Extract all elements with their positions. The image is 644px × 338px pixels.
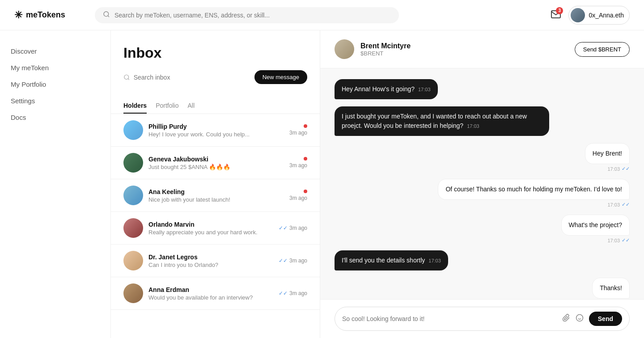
conv-time: ✓✓ 3m ago	[279, 258, 307, 264]
bubble-content: What's the project?	[561, 215, 630, 236]
msg-time-inline: 17:03	[428, 258, 441, 263]
message-bubble-m4: Of course! Thanks so much for holding my…	[438, 179, 630, 207]
conv-info: Dr. Janet Legros Can I intro you to Orla…	[148, 254, 273, 268]
chat-input[interactable]	[342, 315, 557, 322]
sidebar-item-docs[interactable]: Docs	[11, 111, 100, 124]
chat-messages: Hey Anna! How's it going?17:03 I just bo…	[320, 68, 644, 299]
msg-check-icon: ✓✓	[622, 166, 630, 172]
conv-info: Geneva Jakubowski Just bought 25 $ANNA 🔥…	[148, 156, 284, 170]
tab-holders[interactable]: Holders	[123, 98, 147, 114]
sidebar-item-my-portfolio[interactable]: My Portfolio	[11, 78, 100, 91]
conv-preview: Nice job with your latest launch!	[148, 196, 284, 203]
conv-meta: 3m ago	[289, 190, 307, 201]
main-layout: Discover My meToken My Portfolio Setting…	[0, 30, 644, 338]
global-search-input[interactable]	[114, 12, 391, 19]
msg-time-inline: 17:03	[467, 123, 479, 129]
conv-avatar	[123, 186, 143, 205]
msg-time-label: 17:03	[607, 238, 620, 243]
tab-all[interactable]: All	[187, 98, 195, 114]
notification-button[interactable]: 3	[551, 9, 561, 21]
msg-time: 17:03✓✓	[438, 202, 630, 207]
unread-dot	[304, 190, 307, 193]
conv-time-label: 3m ago	[289, 258, 307, 264]
inbox-panel: Inbox New message Holders Portfolio All …	[111, 30, 320, 338]
conv-info: Phillip Purdy Hey! I love your work. Cou…	[148, 123, 284, 138]
inbox-search-container[interactable]	[123, 74, 247, 81]
conv-time: 3m ago	[289, 130, 307, 136]
conv-time: 3m ago	[289, 195, 307, 201]
conv-preview: Would you be available for an interview?	[148, 294, 273, 301]
inbox-title: Inbox	[123, 45, 307, 61]
new-message-button[interactable]: New message	[254, 70, 307, 84]
header: ✳ meTokens 3 0x_Anna.eth	[0, 0, 644, 30]
conv-avatar	[123, 218, 143, 238]
conv-info: Anna Erdman Would you be available for a…	[148, 286, 273, 301]
conv-time-label: 3m ago	[289, 290, 307, 296]
logo-icon: ✳	[14, 9, 22, 21]
conv-time: ✓✓ 3m ago	[279, 225, 307, 231]
conv-avatar	[123, 120, 143, 140]
chat-panel: Brent Mcintyre $BRENT Send $BRENT Hey An…	[320, 30, 644, 338]
sidebar-item-discover[interactable]: Discover	[11, 45, 100, 58]
search-bar[interactable]	[95, 7, 399, 23]
send-button[interactable]: Send	[589, 312, 622, 326]
conversation-item-anna[interactable]: Anna Erdman Would you be available for a…	[111, 277, 320, 310]
message-bubble-m1: Hey Anna! How's it going?17:03	[335, 79, 438, 99]
conversation-item-geneva[interactable]: Geneva Jakubowski Just bought 25 $ANNA 🔥…	[111, 147, 320, 179]
sidebar-item-my-metoken[interactable]: My meToken	[11, 61, 100, 74]
unread-dot	[304, 124, 307, 128]
conv-meta: ✓✓ 3m ago	[279, 258, 307, 264]
message-bubble-m7: Thanks! 17:03✓✓	[592, 278, 630, 299]
bubble-content: I just bought your meToken, and I wanted…	[335, 106, 549, 136]
attach-icon[interactable]	[562, 314, 570, 324]
user-menu[interactable]: 0x_Anna.eth	[568, 6, 630, 25]
conversation-item-janet[interactable]: Dr. Janet Legros Can I intro you to Orla…	[111, 245, 320, 277]
read-check-icon: ✓✓	[279, 258, 288, 264]
conv-preview: Just bought 25 $ANNA 🔥🔥🔥	[148, 164, 284, 170]
chat-contact-handle: $BRENT	[360, 50, 411, 57]
conv-preview: Really appreciate you and your hard work…	[148, 229, 273, 236]
tab-portfolio[interactable]: Portfolio	[156, 98, 178, 114]
msg-check-icon: ✓✓	[622, 202, 630, 207]
chat-contact-info: Brent Mcintyre $BRENT	[335, 39, 411, 59]
logo[interactable]: ✳ meTokens	[14, 9, 86, 21]
conv-info: Orlando Marvin Really appreciate you and…	[148, 221, 273, 236]
sidebar-item-settings[interactable]: Settings	[11, 94, 100, 107]
bubble-content: Of course! Thanks so much for holding my…	[438, 179, 630, 200]
conversation-item-phillip[interactable]: Phillip Purdy Hey! I love your work. Cou…	[111, 114, 320, 147]
bubble-content: Thanks!	[592, 278, 630, 299]
conv-avatar	[123, 153, 143, 173]
conversation-item-orlando[interactable]: Orlando Marvin Really appreciate you and…	[111, 212, 320, 245]
emoji-icon[interactable]	[576, 314, 584, 324]
conv-info: Ana Keeling Nice job with your latest la…	[148, 188, 284, 203]
svg-line-1	[108, 16, 109, 17]
conv-name: Dr. Janet Legros	[148, 254, 273, 261]
inbox-list: Phillip Purdy Hey! I love your work. Cou…	[111, 114, 320, 338]
inbox-header: Inbox New message	[111, 30, 320, 98]
user-name-label: 0x_Anna.eth	[589, 12, 624, 19]
chat-contact-name: Brent Mcintyre	[360, 42, 411, 50]
conv-meta: 3m ago	[289, 124, 307, 136]
inbox-tabs: Holders Portfolio All	[111, 98, 320, 114]
header-right: 3 0x_Anna.eth	[551, 6, 630, 25]
svg-point-0	[104, 12, 109, 17]
conv-time-label: 3m ago	[289, 162, 307, 169]
conv-name: Ana Keeling	[148, 188, 284, 195]
notification-badge: 3	[556, 7, 563, 14]
inbox-search-input[interactable]	[134, 74, 247, 81]
conv-time-label: 3m ago	[289, 195, 307, 201]
msg-time: 17:03✓✓	[561, 237, 630, 243]
send-token-button[interactable]: Send $BRENT	[575, 42, 630, 57]
search-icon	[103, 11, 110, 20]
conv-meta: ✓✓ 3m ago	[279, 225, 307, 231]
chat-avatar	[335, 39, 354, 59]
conv-time-label: 3m ago	[289, 225, 307, 231]
logo-text: meTokens	[26, 10, 65, 20]
msg-time-inline: 17:03	[418, 87, 431, 92]
conv-preview: Can I intro you to Orlando?	[148, 262, 273, 268]
conversation-item-ana[interactable]: Ana Keeling Nice job with your latest la…	[111, 179, 320, 212]
msg-check-icon: ✓✓	[622, 237, 630, 243]
bubble-content: I'll send you the details shortly17:03	[335, 250, 448, 270]
user-avatar	[571, 8, 585, 22]
msg-time-label: 17:03	[607, 202, 620, 207]
